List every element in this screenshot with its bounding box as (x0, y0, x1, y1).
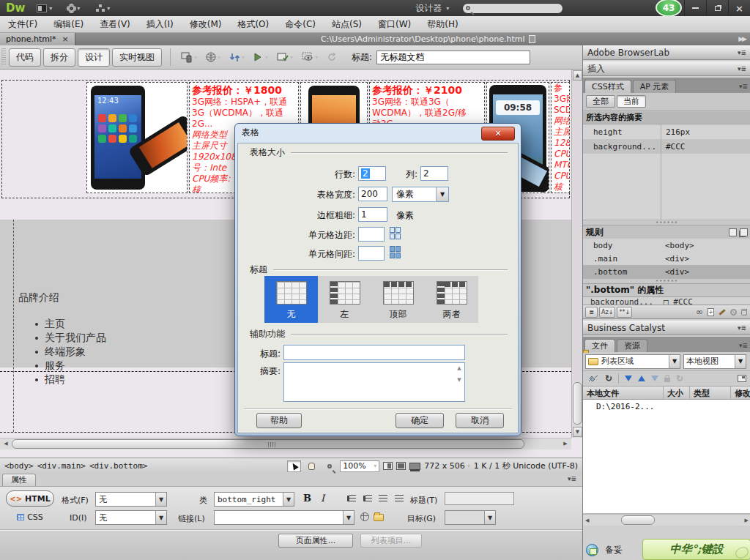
rule-row-main[interactable]: .main<div> (583, 252, 750, 265)
file-list[interactable]: D:\2016-2... (583, 400, 750, 514)
browse-folder-icon[interactable] (374, 514, 384, 521)
summary-row[interactable]: background...#CCC (583, 139, 750, 154)
dialog-close-button[interactable]: ✕ (481, 127, 515, 141)
column-type[interactable]: 类型 (690, 387, 731, 399)
tag-div-bottom[interactable]: <div.bottom> (89, 461, 147, 471)
product-image-cell-1[interactable]: 12:43 (86, 82, 188, 193)
header-option-both[interactable]: 两者 (425, 276, 478, 323)
properties-tab[interactable]: 属性 (2, 474, 36, 486)
ordered-list-button[interactable] (360, 493, 374, 504)
files-horizontal-scrollbar[interactable]: ◀ ▶ (583, 514, 750, 526)
textarea-scroll-icons[interactable]: ▲▼ (455, 365, 464, 383)
menu-item-site[interactable]: 站点(S) (324, 18, 370, 31)
cell-padding-input[interactable] (358, 227, 385, 242)
panel-splitter[interactable]: •••••• (583, 220, 750, 225)
scrollbar-thumb[interactable] (573, 382, 582, 425)
scroll-left-icon[interactable]: ◀ (585, 518, 589, 523)
italic-button[interactable]: I (321, 493, 324, 504)
menu-item-insert[interactable]: 插入(I) (138, 18, 182, 31)
rule-row-body[interactable]: body<body> (583, 239, 750, 252)
scrollbar-thumb[interactable] (12, 439, 524, 449)
code-view-button[interactable]: 代码 (9, 48, 41, 67)
cell-spacing-input[interactable] (358, 246, 385, 261)
expand-panel-icon[interactable] (738, 375, 746, 382)
format-select[interactable]: 无▼ (95, 492, 167, 507)
class-select[interactable]: bottom_right▼ (214, 492, 294, 507)
rule-row-bottom[interactable]: .bottom<div> (583, 265, 750, 278)
tab-close-icon[interactable]: × (62, 34, 68, 44)
tab-assets[interactable]: 资源 (617, 339, 647, 352)
live-view-button[interactable]: 实时视图 (112, 48, 162, 67)
panel-splitter[interactable]: •••••• (583, 278, 750, 284)
design-view-button[interactable]: 设计 (78, 48, 110, 67)
tab-css-styles[interactable]: CSS样式 (584, 80, 631, 93)
panel-menu-icon[interactable]: ▾≣ (738, 49, 746, 56)
show-set-properties-button[interactable]: **↓ (617, 307, 632, 318)
search-input[interactable] (462, 3, 563, 14)
brand-intro-text[interactable]: 品牌介绍 (18, 291, 59, 305)
cascade-view-icon[interactable] (729, 228, 737, 236)
new-rule-icon[interactable]: + (708, 308, 714, 316)
attach-stylesheet-icon[interactable]: ∞ (696, 307, 703, 316)
mobile-size-icon[interactable] (383, 462, 393, 470)
rows-input[interactable]: 2 (358, 166, 386, 181)
delete-rule-icon[interactable] (741, 309, 747, 316)
border-thickness-input[interactable]: 1 (358, 207, 387, 222)
view-select[interactable]: 本地视图▼ (683, 354, 746, 369)
link-combo[interactable]: ▼ (214, 510, 354, 525)
scroll-right-icon[interactable]: ▶ (745, 518, 749, 523)
business-catalyst-header[interactable]: Business Catalyst ▾≣ (583, 321, 750, 335)
file-row[interactable]: D:\2016-2... (583, 400, 750, 411)
workspace-switcher[interactable]: 设计器▾ (415, 2, 449, 15)
page-properties-button[interactable]: 页面属性... (278, 534, 353, 548)
zoom-level-select[interactable]: 100%▾ (340, 460, 379, 472)
panel-collapse-icon[interactable]: ▶▶ (738, 35, 746, 42)
edit-rule-icon[interactable] (719, 309, 726, 316)
list-item[interactable]: 关于我们产品 (35, 331, 106, 345)
menu-item-modify[interactable]: 修改(M) (182, 18, 230, 31)
get-put-button[interactable]: ▾ (229, 52, 245, 63)
outdent-button[interactable] (376, 493, 390, 504)
design-vertical-scrollbar[interactable]: ▲ ▼ (571, 70, 582, 438)
file-management-button[interactable]: ▾ (206, 52, 220, 63)
tag-div-main[interactable]: <div.main> (37, 461, 86, 471)
menu-item-format[interactable]: 格式(O) (229, 18, 277, 31)
minimize-button[interactable] (684, 0, 706, 16)
scrollbar-thumb[interactable] (621, 515, 655, 525)
scroll-left-icon[interactable]: ◀ (1, 439, 11, 449)
panel-menu-icon[interactable]: ▾≣ (739, 342, 748, 349)
all-mode-button[interactable]: 全部 (586, 95, 615, 108)
refresh-button[interactable] (327, 52, 337, 62)
preview-browser-button[interactable]: ▾ (253, 52, 268, 62)
show-list-view-button[interactable]: Az↓ (599, 307, 615, 318)
header-option-top[interactable]: 顶部 (371, 276, 425, 323)
log-icon[interactable] (586, 544, 598, 556)
indent-button[interactable] (393, 493, 406, 504)
css-mode-button[interactable]: CSS (6, 509, 54, 524)
cols-input[interactable]: 2 (420, 166, 448, 181)
site-select[interactable]: 列表区域▼ (585, 354, 680, 369)
column-modified[interactable]: 修改 (731, 387, 750, 399)
column-size[interactable]: 大小 (664, 387, 690, 399)
id-select[interactable]: 无▼ (95, 510, 167, 525)
disable-property-icon[interactable] (730, 309, 737, 316)
tree-view-icon[interactable] (740, 228, 748, 236)
window-size-select[interactable]: 772 x 506▾ (424, 461, 470, 471)
tag-body[interactable]: <body> (4, 461, 34, 471)
split-view-button[interactable]: 拆分 (43, 48, 75, 67)
restore-button[interactable] (706, 0, 728, 16)
caption-input[interactable] (283, 345, 465, 360)
show-category-view-button[interactable]: ≣ (585, 307, 598, 318)
point-to-file-icon[interactable] (360, 512, 369, 521)
list-item[interactable]: 终端形象 (35, 345, 106, 359)
menu-item-edit[interactable]: 编辑(E) (45, 18, 92, 31)
select-tool-button[interactable] (287, 460, 301, 472)
width-unit-select[interactable]: 像素▼ (392, 187, 449, 202)
header-option-left[interactable]: 左 (318, 276, 371, 323)
menu-item-file[interactable]: 文件(F) (0, 18, 45, 31)
unordered-list-button[interactable] (344, 493, 357, 504)
scroll-down-icon[interactable]: ▼ (573, 427, 582, 437)
cancel-button[interactable]: 取消 (456, 413, 504, 428)
tab-ap-elements[interactable]: AP 元素 (633, 80, 677, 93)
insert-panel-header[interactable]: 插入 ▾≣ (583, 61, 750, 76)
